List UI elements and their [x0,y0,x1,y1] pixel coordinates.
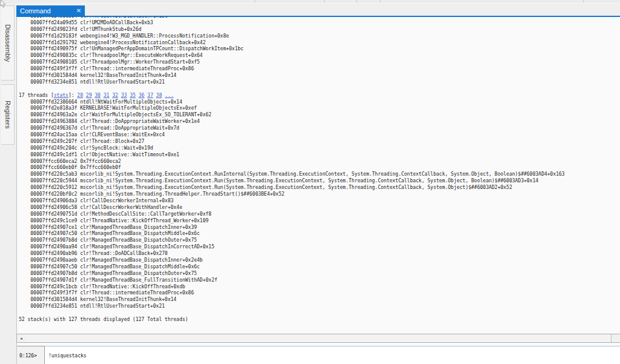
stack-trace-2: 00007ffd32386664 ntdll!NtWaitForMultiple… [19,99,620,311]
stack-frame-line: 00007ffd24908105 clr!ThreadpoolMgr::Work… [19,59,620,66]
stack-frame-line: 00007ffd249c1df1 clr!ObjectNative::WaitT… [19,152,620,159]
stack-frame-line: 00007ffd301584d4 kernel32!BaseThreadInit… [19,73,620,79]
thread-link-28[interactable]: 28 [77,93,83,98]
mouse-cursor-icon [0,0,7,8]
stack-frame-line: 00007ffd24963884 clr!Thread::DoAppropria… [19,119,620,125]
stack-frame-line: 00007ffd249f3f7f clr!Thread::intermediat… [19,66,620,73]
thread-link-36[interactable]: 36 [139,93,145,98]
horizontal-scrollbar[interactable]: ◄ [16,334,620,343]
toolbar-separator [356,0,357,2]
sidebar-tab-registers-label: Registers [4,101,12,128]
stack-frame-line: 00007ffd249f3f7f clr!Thread::intermediat… [19,290,620,297]
stack-frame-line: 00007ffd249c204c clr!SyncBlock::Wait+0x1… [19,145,620,152]
scrollbar-thumb[interactable] [25,334,612,342]
stack-frame-line: 00007ffd24907c50 clr!ManagedThreadBase_D… [19,264,620,271]
stack-frame-line: 00007ffd1d29183f webengine4!W3_MGD_HANDL… [19,33,620,40]
stack-frame-line: 00007ffd24906c58 clr!CallDescrWorkerWith… [19,205,620,211]
stack-frame-line: 00007ffd220c5912 mscorlib_ni!System.Thre… [19,185,620,191]
sidebar-tab-disassembly[interactable]: Disassembly [1,5,15,81]
stack-frame-line: 00007ffd220c5ab3 mscorlib_ni!System.Thre… [19,171,620,178]
scroll-left-arrow-icon[interactable]: ◄ [17,334,26,342]
toolbar-strip [0,0,620,4]
stack-frame-line: 00007ffd24907d1f clr!ManagedThreadBase_F… [19,277,620,284]
stack-trace-1: 00007ffd24a09d55 clr!UM2MDoADCallBack+0x… [19,20,620,86]
command-input[interactable] [45,346,620,364]
tab-command[interactable]: Command ✕ [16,5,85,16]
stack-frame-line: 00007ffd1d291792 webengine4!ProcessNotif… [19,40,620,47]
stack-frame-line: 00007ffd24906da3 clr!CallDescrWorkerInte… [19,198,620,205]
stack-frame-line: 00007ffd2490835c clr!ThreadpoolMgr::Exec… [19,53,620,59]
sidebar-tab-disassembly-label: Disassembly [4,24,12,62]
toolbar-separator [255,0,255,2]
sidebar-tab-registers[interactable]: Registers [1,84,15,145]
stack-frame-line: 00007ffd220bf0c2 mscorlib_ni!System.Thre… [19,191,620,198]
stack-frame-line: 00007ffd24a09d55 clr!UM2MDoADCallBack+0x… [19,20,620,27]
stack-frame-line: 00007ffd24907b8d clr!ManagedThreadBase_D… [19,237,620,244]
stack-frame-line: 00007ffcc660eca2 0x7ffcc660eca2 [19,159,620,165]
stack-frame-line: 00007ffd249c1bcb clr!ThreadNative::KickO… [19,284,620,291]
stack-frame-line: 00007ffd249c1ce9 clr!ThreadNative::KickO… [19,218,620,225]
stack-frame-line: 00007ffd2490aa94 clr!ManagedThreadBase_D… [19,244,620,251]
command-input-row: 0:126> [16,346,620,364]
stack-frame-line: 00007ffd24907b8d clr!ManagedThreadBase_D… [19,271,620,277]
windbg-window: Disassembly Registers Command ✕ 00007ffd… [0,0,620,364]
side-rail: Disassembly Registers [0,3,16,364]
summary-line: 52 stack(s) with 127 threads displayed (… [19,317,620,323]
stack-frame-line: 00007ffd24ac15aa clr!CLREventBase::WaitE… [19,132,620,139]
toolbar-separator [380,0,381,2]
stack-frame-line: 00007ffcc660eb0f 0x7ffcc660eb0f [19,165,620,171]
close-icon[interactable]: ✕ [73,7,85,14]
thread-link-33[interactable]: 33 [121,93,127,98]
stack-frame-line: 00007ffd24963a2e clr!WaitForMultipleObje… [19,112,620,119]
stack-frame-line: 00007ffd2490ab96 clr!Thread::DoADCallBac… [19,251,620,257]
threads-header-line: 17 threads [stats]: 28 29 30 31 32 33 35… [19,93,620,99]
stack-frame-line: 00007ffd2496367d clr!Thread::DoAppropria… [19,125,620,132]
thread-link-37[interactable]: 37 [147,93,153,98]
stack-frame-line: 00007ffd249023fd clr!UMThunkStub+0x26d [19,27,620,33]
stack-frame-line: 00007ffd220c5944 mscorlib_ni!System.Thre… [19,178,620,185]
blank-line [19,86,620,93]
stack-frame-line: 00007ffd2490975f clr!UnManagedPerAppDoma… [19,46,620,53]
thread-link-38[interactable]: 38 [156,93,162,98]
toolbar-separator [583,0,584,2]
thread-link-29[interactable]: 29 [86,93,92,98]
thread-link-31[interactable]: 31 [104,93,110,98]
thread-link-30[interactable]: 30 [95,93,101,98]
command-output-area[interactable]: 00007ffd2490d864 clr!Thread::DoADCallBac… [16,17,620,334]
stats-link[interactable]: stats [54,93,68,98]
more-threads-link[interactable]: ... [165,93,173,98]
toolbar-separator [324,0,325,2]
stack-frame-line: 00007ffd3234e851 ntdll!RtlUserThreadStar… [19,79,620,86]
stack-frame-line: 00007ffd3234e851 ntdll!RtlUserThreadStar… [19,303,620,310]
tab-command-label: Command [16,7,73,15]
thread-link-35[interactable]: 35 [130,93,136,98]
stack-frame-line: 00007ffd2490aaeb clr!ManagedThreadBase_D… [19,257,620,264]
blank-line [19,310,620,317]
stack-frame-line: 00007ffd249c207f clr!Thread::Block+0x27 [19,139,620,145]
stack-frame-line: 00007ffd24907ce1 clr!ManagedThreadBase_D… [19,225,620,231]
stack-frame-line: 00007ffd2e818a3f KERNELBASE!WaitForMulti… [19,105,620,112]
stack-frame-line: 00007ffd301584d4 kernel32!BaseThreadInit… [19,297,620,303]
stack-frame-line: 00007ffd32386664 ntdll!NtWaitForMultiple… [19,99,620,106]
stack-frame-line: 00007ffd2490751d clr!MethodDescCallSite:… [19,211,620,218]
thread-link-32[interactable]: 32 [112,93,118,98]
stack-frame-line: 00007ffd24907c50 clr!ManagedThreadBase_D… [19,231,620,237]
debugger-prompt: 0:126> [17,346,45,364]
